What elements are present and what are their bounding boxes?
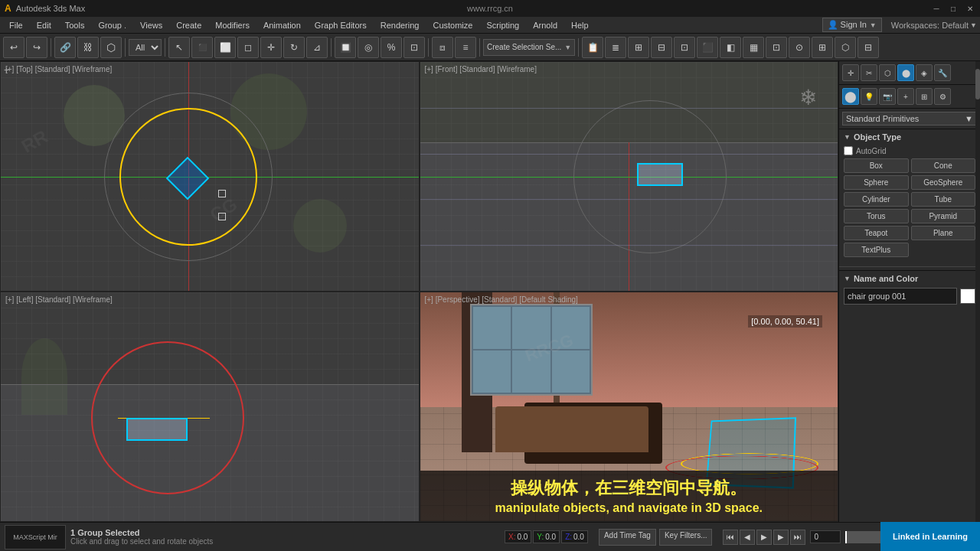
rp-sphere-icon[interactable]: ⬤ — [842, 88, 859, 105]
link-button[interactable]: 🔗 — [54, 37, 76, 58]
rp-systems-icon[interactable]: ⚙ — [934, 88, 951, 105]
view-btn3[interactable]: ⊡ — [674, 37, 695, 58]
coord-y[interactable]: Y:0.0 — [533, 530, 560, 543]
rp-light-icon[interactable]: 💡 — [861, 88, 877, 105]
viewport-front[interactable]: ❄ [+] [Front] [Standard] [Wireframe] — [420, 61, 839, 292]
undo-button[interactable]: ↩ — [3, 37, 24, 58]
color-swatch[interactable] — [960, 289, 975, 304]
view-btn9[interactable]: ⊞ — [812, 37, 833, 58]
key-filters-button[interactable]: Key Filters... — [659, 529, 713, 546]
coord-x[interactable]: X:0.0 — [505, 530, 531, 543]
snap-button[interactable]: 🔲 — [335, 37, 356, 58]
scrollbar-thumb[interactable] — [975, 69, 980, 99]
menu-views[interactable]: Views — [134, 19, 168, 31]
redo-button[interactable]: ↪ — [26, 37, 47, 58]
rp-utilities-btn[interactable]: 🔧 — [934, 64, 951, 81]
rp-space-icon[interactable]: ⊞ — [916, 88, 933, 105]
obj-btn-tube[interactable]: Tube — [911, 192, 976, 207]
rp-create-btn[interactable]: ✛ — [842, 64, 859, 81]
rp-helper-icon[interactable]: + — [897, 88, 914, 105]
filter-dropdown[interactable]: All — [129, 39, 162, 56]
view-btn4[interactable]: ⬛ — [697, 37, 718, 58]
primitives-dropdown[interactable]: Standard Primitives ▼ — [842, 112, 977, 126]
layer-button[interactable]: 📋 — [582, 37, 603, 58]
unlink-button[interactable]: ⛓ — [77, 37, 99, 58]
obj-btn-sphere[interactable]: Sphere — [844, 175, 909, 190]
maxscript-mini[interactable]: MAXScript Mir — [5, 525, 66, 549]
next-frame-btn[interactable]: ⏭ — [790, 530, 805, 545]
signin-button[interactable]: 👤 Sign In ▼ — [822, 18, 882, 32]
maximize-button[interactable]: □ — [948, 3, 959, 14]
view-btn7[interactable]: ⊡ — [766, 37, 787, 58]
select-button[interactable]: ↖ — [168, 37, 190, 58]
menu-arnold[interactable]: Arnold — [527, 19, 564, 31]
rotate-button[interactable]: ↻ — [283, 37, 305, 58]
view-btn8[interactable]: ⊙ — [789, 37, 810, 58]
obj-btn-pyramid[interactable]: Pyramid — [911, 209, 976, 223]
menu-tools[interactable]: Tools — [59, 19, 91, 31]
ang-snap-button[interactable]: ◎ — [358, 37, 379, 58]
menu-group[interactable]: Group . — [92, 19, 132, 31]
obj-btn-torus[interactable]: Torus — [844, 209, 909, 223]
menu-file[interactable]: File — [3, 19, 29, 31]
view-btn2[interactable]: ⊟ — [651, 37, 672, 58]
object-type-header[interactable]: ▼ Object Type — [844, 132, 975, 142]
move-button[interactable]: ✛ — [260, 37, 282, 58]
menu-animation[interactable]: Animation — [257, 19, 307, 31]
rp-modify-btn[interactable]: ✂ — [861, 64, 877, 81]
menu-customize[interactable]: Customize — [426, 19, 479, 31]
name-color-header[interactable]: ▼ Name and Color — [844, 274, 975, 283]
obj-btn-box[interactable]: Box — [844, 158, 909, 173]
menu-edit[interactable]: Edit — [31, 19, 57, 31]
mirror-button[interactable]: ⧈ — [432, 37, 453, 58]
plus-icon-top[interactable]: + — [4, 65, 9, 76]
window-controls[interactable]: ─ □ ✕ — [931, 3, 975, 14]
timeline-mini[interactable] — [845, 531, 884, 543]
view-btn6[interactable]: ▦ — [743, 37, 764, 58]
selected-object-front[interactable] — [637, 163, 683, 186]
bind-button[interactable]: ⬡ — [100, 37, 122, 58]
prev-frame-btn[interactable]: ⏮ — [723, 530, 738, 545]
minimize-button[interactable]: ─ — [931, 3, 942, 14]
menu-rendering[interactable]: Rendering — [374, 19, 426, 31]
rp-display-btn[interactable]: ◈ — [916, 64, 933, 81]
scrollbar-track[interactable] — [975, 61, 980, 522]
obj-btn-cone[interactable]: Cone — [911, 158, 976, 173]
viewport-left[interactable]: [+] [Left] [Standard] [Wireframe] — [0, 292, 420, 522]
view-btn10[interactable]: ⬡ — [835, 37, 856, 58]
view-btn1[interactable]: ⊞ — [628, 37, 649, 58]
view-btn5[interactable]: ◧ — [720, 37, 741, 58]
frame-counter[interactable]: 0 — [810, 530, 841, 543]
selected-object-left[interactable] — [126, 418, 188, 441]
rp-camera-icon[interactable]: 📷 — [879, 88, 896, 105]
rp-motion-btn[interactable]: ⬤ — [897, 64, 914, 81]
add-time-tag-button[interactable]: Add Time Tag — [599, 529, 656, 546]
create-selection-dropdown[interactable]: Create Selection Se... ▼ — [483, 39, 575, 56]
obj-btn-cylinder[interactable]: Cylinder — [844, 192, 909, 207]
align-button[interactable]: ≡ — [455, 37, 476, 58]
viewport-top[interactable]: RR CG [+] [Top] [Standard] [Wirefra — [0, 61, 420, 292]
scale-button[interactable]: ⊿ — [306, 37, 328, 58]
select-name-button[interactable]: ⬛ — [191, 37, 213, 58]
window-select-button[interactable]: ◻ — [237, 37, 259, 58]
obj-btn-plane[interactable]: Plane — [911, 226, 976, 240]
next-key-btn[interactable]: ▶ — [773, 530, 789, 545]
obj-btn-textplus[interactable]: TextPlus — [844, 243, 909, 257]
obj-btn-geosphere[interactable]: GeoSphere — [911, 175, 976, 190]
spinner-snap-button[interactable]: ⊡ — [403, 37, 425, 58]
menu-scripting[interactable]: Scripting — [480, 19, 525, 31]
view-btn11[interactable]: ⊟ — [858, 37, 879, 58]
viewport-perspective[interactable]: [0.00, 0.00, 50.41] RRCG [+] [Perspectiv… — [420, 292, 839, 522]
prev-key-btn[interactable]: ◀ — [740, 530, 755, 545]
region-select-button[interactable]: ⬜ — [214, 37, 236, 58]
obj-btn-teapot[interactable]: Teapot — [844, 226, 909, 240]
coord-z[interactable]: Z:0.0 — [561, 530, 588, 543]
autogrid-checkbox[interactable] — [844, 146, 853, 155]
object-name-input[interactable] — [844, 288, 957, 305]
menu-create[interactable]: Create — [170, 19, 207, 31]
percent-snap-button[interactable]: % — [381, 37, 402, 58]
rp-hierarchy-btn[interactable]: ⬡ — [879, 64, 896, 81]
menu-modifiers[interactable]: Modifiers — [209, 19, 256, 31]
ribbon-button[interactable]: ≣ — [605, 37, 626, 58]
close-button[interactable]: ✕ — [965, 3, 975, 14]
